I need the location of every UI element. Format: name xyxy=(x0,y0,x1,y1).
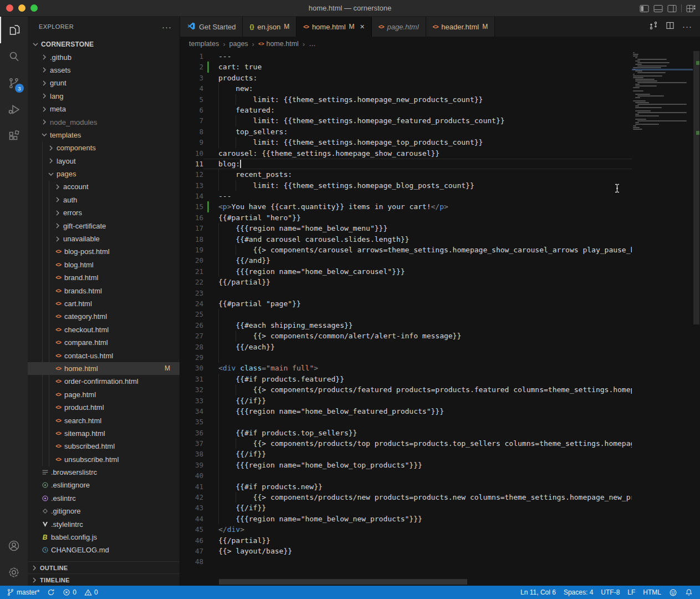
tree-item-gift-certificate[interactable]: gift-certificate xyxy=(28,219,180,232)
tree-item-category.html[interactable]: <>category.html xyxy=(28,310,180,323)
tab-home.html[interactable]: <>home.htmlM× xyxy=(297,17,372,37)
horizontal-scrollbar-thumb[interactable] xyxy=(219,579,467,585)
tree-item-.eslintrc[interactable]: .eslintrc xyxy=(28,492,180,505)
open-changes-icon[interactable] xyxy=(649,21,658,32)
close-tab-icon[interactable]: × xyxy=(360,22,365,31)
tree-item-label: babel.config.js xyxy=(51,533,97,541)
tree-item-root[interactable]: CORNERSTONE xyxy=(28,38,180,50)
status-encoding[interactable]: UTF-8 xyxy=(597,586,624,599)
customize-layout-icon[interactable] xyxy=(686,4,696,13)
toggle-primary-sidebar-icon[interactable] xyxy=(640,4,649,13)
indent-guide xyxy=(218,502,236,513)
code-line: 19{{> components/carousel arrows=theme_s… xyxy=(180,245,632,255)
tree-item-grunt[interactable]: grunt xyxy=(28,77,180,89)
activitybar-explorer[interactable] xyxy=(0,17,28,43)
breadcrumb-item-…[interactable]: … xyxy=(309,40,316,48)
tree-item-lang[interactable]: lang xyxy=(28,90,180,103)
activitybar-source-control[interactable]: 3 xyxy=(0,70,28,97)
tree-item-compare.html[interactable]: <>compare.html xyxy=(28,336,180,349)
breadcrumb-item-home.html[interactable]: <> home.html xyxy=(258,40,299,48)
tree-item-search.html[interactable]: <>search.html xyxy=(28,414,180,427)
tree-item-home.html[interactable]: <>home.htmlM xyxy=(28,362,180,375)
activitybar-run-debug[interactable] xyxy=(0,97,28,123)
tree-item-label: assets xyxy=(50,66,71,74)
status-warnings[interactable]: 0 xyxy=(80,586,102,599)
tree-item-cart.html[interactable]: <>cart.html xyxy=(28,297,180,310)
breadcrumb-item-pages[interactable]: pages xyxy=(229,40,248,48)
activitybar-search[interactable] xyxy=(0,43,28,70)
tab-header.html[interactable]: <>header.htmlM xyxy=(426,17,495,37)
status-notifications[interactable] xyxy=(681,586,697,599)
timeline-section-header[interactable]: TIMELINE xyxy=(28,573,180,586)
tab-page.html[interactable]: <>page.html xyxy=(372,17,426,37)
code-line: 14--- xyxy=(180,191,632,201)
outline-section-header[interactable]: OUTLINE xyxy=(28,561,180,573)
tree-item-subscribed.html[interactable]: <>subscribed.html xyxy=(28,440,180,453)
code-content[interactable]: 1---2cart: true3products:4new:5limit: {{… xyxy=(180,51,632,578)
html-icon: <> xyxy=(55,248,61,255)
vertical-scrollbar[interactable] xyxy=(693,51,700,586)
tree-item-errors[interactable]: errors xyxy=(28,206,180,219)
tree-item-account[interactable]: account xyxy=(28,180,180,193)
explorer-sidebar: EXPLORER ··· CORNERSTONE.githubassetsgru… xyxy=(28,17,180,586)
tree-item-meta[interactable]: meta xyxy=(28,103,180,115)
tree-item-pages[interactable]: pages xyxy=(28,167,180,180)
tree-item-blog.html[interactable]: <>blog.html xyxy=(28,258,180,271)
status-eol[interactable]: LF xyxy=(624,586,639,599)
minimap[interactable] xyxy=(632,51,693,586)
tree-item-.gitignore[interactable]: .gitignore xyxy=(28,505,180,517)
code-line: 21{{{region name="home_below_carousel"}}… xyxy=(180,266,632,277)
scrollbar-thumb[interactable] xyxy=(693,51,699,324)
status-indentation[interactable]: Spaces: 4 xyxy=(560,586,597,599)
status-cursor-position[interactable]: Ln 11, Col 6 xyxy=(517,586,560,599)
tree-item-.eslintignore[interactable]: .eslintignore xyxy=(28,479,180,491)
more-actions-icon[interactable]: ··· xyxy=(682,22,692,32)
tree-item-assets[interactable]: assets xyxy=(28,64,180,77)
toggle-secondary-sidebar-icon[interactable] xyxy=(667,4,677,13)
tree-item-.stylelintrc[interactable]: .stylelintrc xyxy=(28,517,180,530)
breadcrumb-separator: › xyxy=(303,40,305,48)
split-editor-icon[interactable] xyxy=(666,21,675,32)
toggle-panel-icon[interactable] xyxy=(653,4,663,13)
tree-item-sitemap.html[interactable]: <>sitemap.html xyxy=(28,427,180,440)
tree-item-order-confirmation.html[interactable]: <>order-confirmation.html xyxy=(28,375,180,388)
status-language-mode[interactable]: HTML xyxy=(639,586,665,599)
tree-item-CHANGELOG.md[interactable]: CHANGELOG.md xyxy=(28,544,180,556)
code-line-text: {{{region name="home_below_featured_prod… xyxy=(203,406,632,417)
editor-pane[interactable]: 1---2cart: true3products:4new:5limit: {{… xyxy=(180,51,700,586)
html-icon: <> xyxy=(55,418,61,424)
tree-item-blog-post.html[interactable]: <>blog-post.html xyxy=(28,245,180,258)
status-sync[interactable] xyxy=(43,586,59,599)
activitybar-account[interactable] xyxy=(0,532,28,559)
tab-en.json[interactable]: {}en.jsonM xyxy=(243,17,297,37)
tree-item-page.html[interactable]: <>page.html xyxy=(28,388,180,401)
tree-item-node_modules[interactable]: node_modules xyxy=(28,115,180,128)
tree-item-unsubscribe.html[interactable]: <>unsubscribe.html xyxy=(28,453,180,466)
tree-item-brands.html[interactable]: <>brands.html xyxy=(28,284,180,297)
activitybar-settings[interactable] xyxy=(0,559,28,586)
tab-Get Started[interactable]: Get Started xyxy=(180,17,243,37)
tree-item-.github[interactable]: .github xyxy=(28,50,180,63)
minimap-current-line xyxy=(632,69,693,70)
code-line-text: {{#if products.featured}} xyxy=(203,374,632,384)
tree-item-templates[interactable]: templates xyxy=(28,129,180,141)
status-feedback[interactable] xyxy=(665,586,681,599)
debug-icon xyxy=(7,103,21,116)
status-git-branch[interactable]: master* xyxy=(3,586,43,599)
tree-item-components[interactable]: components xyxy=(28,141,180,154)
status-errors[interactable]: 0 xyxy=(59,586,80,599)
status-label: HTML xyxy=(643,588,661,596)
changelog-icon xyxy=(42,546,49,554)
tree-item-contact-us.html[interactable]: <>contact-us.html xyxy=(28,349,180,362)
tree-item-babel.config.js[interactable]: Bbabel.config.js xyxy=(28,531,180,544)
tree-item-layout[interactable]: layout xyxy=(28,155,180,167)
tree-item-brand.html[interactable]: <>brand.html xyxy=(28,271,180,284)
tree-item-product.html[interactable]: <>product.html xyxy=(28,401,180,414)
activitybar-extensions[interactable] xyxy=(0,123,28,150)
explorer-more-actions-icon[interactable]: ··· xyxy=(162,22,172,32)
tree-item-.browserslistrc[interactable]: .browserslistrc xyxy=(28,466,180,479)
tree-item-unavailable[interactable]: unavailable xyxy=(28,232,180,245)
breadcrumb-item-templates[interactable]: templates xyxy=(189,40,219,48)
tree-item-auth[interactable]: auth xyxy=(28,194,180,206)
tree-item-checkout.html[interactable]: <>checkout.html xyxy=(28,323,180,336)
